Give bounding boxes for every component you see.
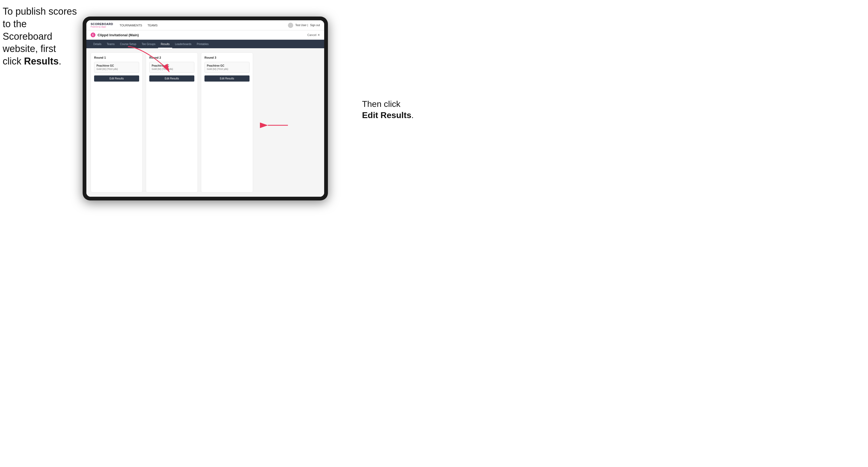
- logo-sub: Powered by clippd: [91, 26, 113, 28]
- logo-text: SCOREBOARD: [91, 23, 113, 26]
- user-name: Test User |: [296, 24, 308, 27]
- tab-bar: Details Teams Course Setup Tee Groups Re…: [86, 40, 324, 48]
- tab-leaderboards[interactable]: Leaderboards: [172, 40, 194, 48]
- tournament-name: Clippd Invitational (Main): [98, 33, 307, 37]
- content-area: C Clippd Invitational (Main) Cancel ✕ De…: [86, 30, 324, 197]
- round-3-edit-results-button[interactable]: Edit Results: [205, 75, 250, 82]
- sign-out-link[interactable]: Sign out: [310, 24, 320, 27]
- nav-teams[interactable]: TEAMS: [148, 24, 158, 27]
- tournament-header: C Clippd Invitational (Main) Cancel ✕: [86, 30, 324, 40]
- instruction-left: To publish scores to the Scoreboard webs…: [3, 5, 77, 68]
- nav-links: TOURNAMENTS TEAMS: [119, 24, 288, 27]
- cancel-button[interactable]: Cancel ✕: [307, 33, 320, 37]
- nav-tournaments[interactable]: TOURNAMENTS: [119, 24, 142, 27]
- instruction-right: Then click Edit Results.: [362, 99, 431, 121]
- round-3-title: Round 3: [205, 56, 250, 59]
- tab-details[interactable]: Details: [91, 40, 104, 48]
- user-avatar: [288, 23, 293, 28]
- round-3-course-card: Peachtree GC Gold (M) (7010 yds): [205, 62, 250, 73]
- round-3-course-details: Gold (M) (7010 yds): [207, 68, 247, 70]
- logo-area: SCOREBOARD Powered by clippd: [91, 23, 113, 28]
- arrow-to-edit-results: [264, 117, 290, 134]
- round-3-card: Round 3 Peachtree GC Gold (M) (7010 yds)…: [201, 53, 253, 192]
- top-nav: SCOREBOARD Powered by clippd TOURNAMENTS…: [86, 20, 324, 30]
- tournament-icon: C: [91, 33, 95, 37]
- tab-teams[interactable]: Teams: [104, 40, 117, 48]
- arrow-to-results: [125, 44, 173, 77]
- tablet-screen: SCOREBOARD Powered by clippd TOURNAMENTS…: [86, 20, 324, 197]
- nav-right: Test User | Sign out: [288, 23, 320, 28]
- tablet-frame: SCOREBOARD Powered by clippd TOURNAMENTS…: [83, 17, 328, 200]
- round-3-course-name: Peachtree GC: [207, 64, 247, 67]
- tab-printables[interactable]: Printables: [194, 40, 211, 48]
